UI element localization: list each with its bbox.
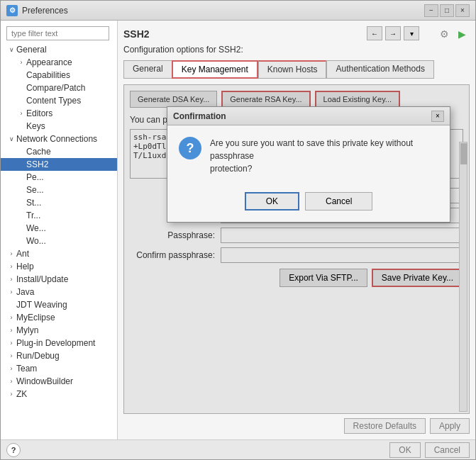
sidebar-item-capabilities[interactable]: Capabilities (1, 69, 117, 82)
sidebar-item-label: JDT Weaving (16, 300, 67, 310)
sidebar-item-st[interactable]: St... (1, 196, 117, 209)
sidebar-item-tr[interactable]: Tr... (1, 209, 117, 222)
sidebar-item-appearance[interactable]: › Appearance (1, 56, 117, 69)
close-button[interactable]: × (455, 4, 470, 17)
sidebar-item-content-types[interactable]: Content Types (1, 94, 117, 107)
tab-general[interactable]: General (123, 60, 172, 79)
expand-arrow: › (6, 263, 16, 270)
sidebar-item-ssh2[interactable]: SSH2 (1, 158, 117, 171)
expand-arrow: › (6, 288, 16, 296)
sidebar-item-se[interactable]: Se... (1, 184, 117, 196)
window-icon: ⚙ (6, 5, 18, 16)
sidebar-item-java[interactable]: › Java (1, 286, 117, 298)
expand-arrow: ∨ (6, 135, 16, 142)
sidebar-item-myeclipse[interactable]: › MyEclipse (1, 311, 117, 324)
sidebar-item-label: ZK (16, 389, 27, 399)
tab-known-hosts[interactable]: Known Hosts (258, 60, 327, 79)
back-button[interactable]: ← (367, 26, 382, 40)
sidebar-item-run-debug[interactable]: › Run/Debug (1, 349, 117, 362)
dialog-close-button[interactable]: × (431, 111, 444, 122)
expand-arrow: › (16, 110, 26, 117)
expand-arrow: ∨ (6, 46, 16, 53)
help-button[interactable]: ? (6, 443, 21, 457)
sidebar-item-compare-patch[interactable]: Compare/Patch (1, 82, 117, 94)
forward-button[interactable]: → (385, 26, 401, 40)
dialog-title: Confirmation (173, 111, 226, 121)
dropdown-button[interactable]: ▾ (404, 26, 419, 40)
footer-cancel-button[interactable]: Cancel (425, 442, 470, 458)
sidebar-item-wo[interactable]: Wo... (1, 235, 117, 247)
confirmation-dialog: Confirmation × ? Are you sure you want t… (167, 106, 450, 223)
sidebar-item-label: Editors (26, 108, 52, 118)
toolbar-icons: ⚙ ▶ (436, 26, 470, 42)
sidebar: ∨ General › Appearance Capabilities Comp… (1, 21, 118, 439)
sidebar-item-editors[interactable]: › Editors (1, 107, 117, 120)
tab-authentication-methods[interactable]: Authentication Methods (326, 60, 433, 79)
expand-arrow: › (16, 59, 26, 66)
sidebar-item-label: Tr... (26, 211, 40, 220)
sidebar-item-mylyn[interactable]: › Mylyn (1, 324, 117, 337)
titlebar-left: ⚙ Preferences (6, 5, 68, 16)
sidebar-item-jdt-weaving[interactable]: JDT Weaving (1, 298, 117, 311)
dialog-ok-button[interactable]: OK (245, 192, 299, 211)
main-content: ∨ General › Appearance Capabilities Comp… (1, 21, 475, 439)
sidebar-item-team[interactable]: › Team (1, 362, 117, 375)
sidebar-item-label: Capabilities (26, 70, 70, 80)
content-area: Generate DSA Key... Generate RSA Key... … (123, 84, 470, 414)
sidebar-item-we[interactable]: We... (1, 222, 117, 235)
dialog-message-text2: protection? (210, 164, 252, 174)
sidebar-item-pe[interactable]: Pe... (1, 171, 117, 184)
sidebar-item-zk[interactable]: › ZK (1, 388, 117, 400)
sidebar-item-label: Plug-in Development (16, 338, 95, 348)
expand-arrow: › (6, 314, 16, 321)
sidebar-item-label: Compare/Patch (26, 83, 85, 93)
tabs: General Key Management Known Hosts Authe… (123, 60, 470, 79)
sidebar-item-label: Install/Update (16, 274, 68, 284)
expand-arrow: › (6, 365, 16, 372)
sidebar-item-label: Help (16, 262, 34, 271)
sidebar-item-label: Network Connections (16, 134, 97, 144)
preferences-window: ⚙ Preferences − □ × ∨ General › Appearan… (0, 0, 476, 460)
footer-ok-button[interactable]: OK (389, 442, 420, 458)
sidebar-item-install-update[interactable]: › Install/Update (1, 273, 117, 286)
dialog-message: Are you sure you want to save this priva… (210, 137, 438, 175)
panel-title: SSH2 (123, 28, 150, 40)
minimize-button[interactable]: − (424, 4, 438, 17)
sidebar-item-label: Mylyn (16, 325, 38, 335)
dialog-overlay: Confirmation × ? Are you sure you want t… (124, 85, 469, 413)
sidebar-item-label: St... (26, 198, 41, 208)
sidebar-item-label: General (16, 45, 47, 55)
panel-header: SSH2 ← → ▾ ⚙ ▶ (123, 26, 470, 42)
titlebar: ⚙ Preferences − □ × (1, 1, 475, 21)
sidebar-item-label: SSH2 (26, 159, 48, 169)
sidebar-item-cache[interactable]: Cache (1, 145, 117, 158)
sidebar-item-windowbuilder[interactable]: › WindowBuilder (1, 375, 117, 388)
footer-left: ? (6, 443, 21, 457)
restore-defaults-button[interactable]: Restore Defaults (344, 418, 426, 434)
expand-arrow: › (6, 250, 16, 257)
sidebar-item-plugin-development[interactable]: › Plug-in Development (1, 337, 117, 349)
footer-right: OK Cancel (389, 442, 470, 458)
sidebar-item-ant[interactable]: › Ant (1, 247, 117, 260)
window-title: Preferences (22, 6, 68, 16)
sidebar-item-general[interactable]: ∨ General (1, 43, 117, 56)
sidebar-item-keys[interactable]: Keys (1, 120, 117, 133)
dialog-cancel-button[interactable]: Cancel (305, 192, 372, 211)
sidebar-item-label: Java (16, 287, 34, 297)
sidebar-item-label: Run/Debug (16, 351, 60, 361)
sidebar-item-label: MyEclipse (16, 313, 55, 322)
dialog-buttons: OK Cancel (167, 186, 450, 222)
sidebar-item-network-connections[interactable]: ∨ Network Connections (1, 133, 117, 145)
tab-key-management[interactable]: Key Management (172, 60, 258, 79)
sidebar-item-help[interactable]: › Help (1, 260, 117, 273)
expand-arrow: › (6, 327, 16, 334)
maximize-button[interactable]: □ (440, 4, 454, 17)
apply-button[interactable]: Apply (430, 418, 470, 434)
expand-arrow: › (6, 276, 16, 283)
expand-arrow: › (6, 378, 16, 385)
filter-input[interactable] (6, 26, 109, 40)
expand-arrow: › (6, 391, 16, 398)
play-icon[interactable]: ▶ (454, 26, 470, 42)
expand-arrow: › (6, 352, 16, 359)
gear-icon[interactable]: ⚙ (436, 26, 452, 42)
